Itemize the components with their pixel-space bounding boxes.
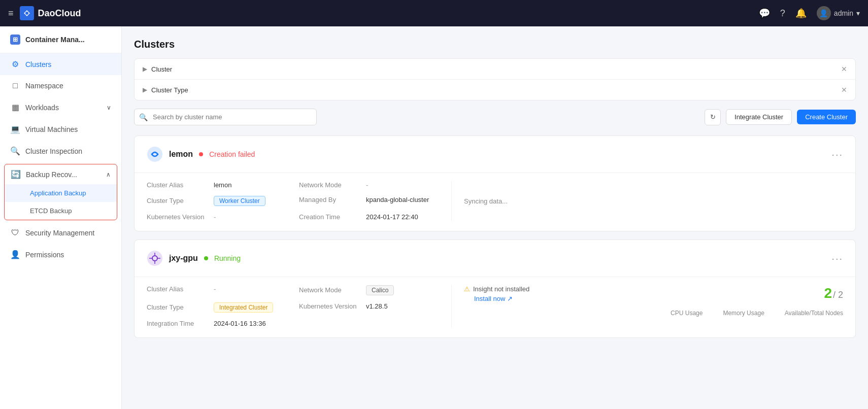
page-title: Clusters (134, 39, 856, 50)
jxy-gpu-cluster-alias: Cluster Alias - (147, 285, 299, 295)
search-input[interactable] (134, 109, 317, 125)
nodes-total-label: / 2 (833, 290, 843, 300)
cluster-card-jxy-gpu: jxy-gpu Running ··· Cluster Alias - Netw… (134, 240, 856, 338)
lemon-alias-value: lemon (214, 181, 231, 189)
sidebar-label-clusters: Clusters (25, 60, 51, 69)
backup-recovery-expand-icon: ∧ (106, 171, 111, 178)
jxy-gpu-kubernetes-version: Kubernetes Version v1.28.5 (299, 302, 451, 313)
sidebar-label-permissions: Permissions (25, 251, 64, 259)
menu-icon[interactable]: ≡ (8, 8, 14, 19)
lemon-status-text: Creation failed (209, 150, 255, 158)
lemon-more-menu-icon[interactable]: ··· (831, 149, 843, 160)
jxy-gpu-right-section: ⚠ Insight not installed Install now ↗ 2 … (451, 285, 843, 327)
jxy-gpu-details-left: Cluster Alias - Network Mode Calico Clus… (147, 285, 451, 327)
lemon-managed-value: kpanda-global-cluster (366, 196, 429, 203)
top-navigation: ≡ DaoCloud 💬 ? 🔔 👤 admin ▾ (0, 0, 868, 26)
lemon-kubernetes-version: Kubernetes Version - (147, 213, 299, 221)
lemon-creation-label: Creation Time (299, 213, 360, 221)
nodes-count-display: 2 / 2 (824, 285, 843, 301)
install-now-link[interactable]: Install now ↗ (474, 295, 513, 302)
actions-right: ↻ Integrate Cluster Create Cluster (705, 109, 856, 125)
sidebar-item-clusters[interactable]: ⚙ Clusters (0, 53, 121, 75)
nav-icon-group: 💬 ? 🔔 👤 admin ▾ (759, 6, 860, 20)
filter-row-cluster-type: ▶ Cluster Type ✕ (135, 80, 855, 100)
cluster-type-filter-close-icon[interactable]: ✕ (841, 86, 847, 94)
jxy-gpu-cluster-type: Cluster Type Integrated Cluster (147, 302, 299, 313)
sidebar-item-virtual-machines[interactable]: 💻 Virtual Machines (0, 118, 121, 140)
chat-icon[interactable]: 💬 (759, 8, 770, 19)
lemon-details-grid: Cluster Alias lemon Network Mode - Clust… (147, 181, 451, 221)
cluster-card-lemon: lemon Creation failed ··· Cluster Alias … (134, 135, 856, 231)
insight-section: ⚠ Insight not installed Install now ↗ (464, 285, 529, 302)
user-dropdown-icon: ▾ (856, 9, 860, 17)
workloads-icon: ▦ (10, 103, 20, 112)
sidebar-item-namespace[interactable]: □ Namespace (0, 75, 121, 96)
notification-icon[interactable]: 🔔 (795, 8, 807, 19)
sidebar-item-security-management[interactable]: 🛡 Security Management (0, 222, 121, 244)
lemon-right-section: Syncing data... (451, 181, 843, 221)
logo-icon (20, 6, 34, 20)
security-management-icon: 🛡 (10, 228, 20, 237)
user-name: admin (834, 9, 853, 17)
cluster-filter-label: Cluster (151, 65, 172, 73)
jxy-gpu-cluster-name: jxy-gpu (169, 254, 198, 263)
sidebar-header: ⊞ Container Mana... (0, 26, 121, 53)
lemon-cluster-alias: Cluster Alias lemon (147, 181, 299, 189)
sidebar-label-etcd-backup: ETCD Backup (30, 207, 72, 215)
lemon-managed-label: Managed By (299, 196, 360, 203)
jxy-gpu-more-menu-icon[interactable]: ··· (831, 253, 843, 264)
jxy-gpu-alias-value: - (214, 285, 216, 293)
sidebar-item-cluster-inspection[interactable]: 🔍 Cluster Inspection (0, 140, 121, 162)
sidebar-label-security-management: Security Management (25, 229, 94, 237)
lemon-syncing-text: Syncing data... (464, 197, 508, 205)
lemon-status-dot (199, 152, 203, 156)
backup-recovery-group: 🔄 Backup Recov... ∧ Application Backup E… (4, 164, 117, 220)
avatar: 👤 (817, 6, 831, 20)
lemon-creation-time: Creation Time 2024-01-17 22:40 (299, 213, 451, 221)
sidebar: ⊞ Container Mana... ⚙ Clusters □ Namespa… (0, 26, 122, 409)
cluster-filter-close-icon[interactable]: ✕ (841, 65, 847, 73)
sidebar-label-application-backup: Application Backup (30, 189, 86, 197)
external-link-icon: ↗ (507, 295, 513, 302)
lemon-divider (135, 173, 855, 173)
filter-row-cluster: ▶ Cluster ✕ (135, 59, 855, 80)
nodes-available-count: 2 (824, 285, 832, 301)
help-icon[interactable]: ? (780, 8, 785, 19)
jxy-gpu-k8s-label: Kubernetes Version (299, 302, 360, 310)
sidebar-item-workloads[interactable]: ▦ Workloads ∨ (0, 96, 121, 118)
warning-icon: ⚠ (464, 285, 470, 293)
sidebar-item-permissions[interactable]: 👤 Permissions (0, 244, 121, 265)
jxy-gpu-status-dot (204, 256, 208, 260)
cluster-header-lemon: lemon Creation failed ··· (147, 146, 843, 162)
integrate-cluster-button[interactable]: Integrate Cluster (726, 109, 792, 125)
lemon-alias-label: Cluster Alias (147, 181, 208, 189)
create-cluster-button[interactable]: Create Cluster (797, 110, 856, 124)
sidebar-label-cluster-inspection: Cluster Inspection (25, 147, 82, 155)
sidebar-item-application-backup[interactable]: Application Backup (5, 184, 117, 202)
sidebar-label-workloads: Workloads (25, 104, 59, 112)
lemon-detail-layout: Cluster Alias lemon Network Mode - Clust… (147, 181, 843, 221)
lemon-network-value: - (366, 181, 368, 189)
jxy-gpu-cluster-icon (147, 250, 163, 266)
clusters-icon: ⚙ (10, 59, 20, 69)
cluster-type-filter-label: Cluster Type (151, 86, 188, 94)
jxy-gpu-network-mode: Network Mode Calico (299, 285, 451, 295)
nodes-available-label: Available/Total Nodes (785, 310, 843, 317)
jxy-gpu-integration-time: Integration Time 2024-01-16 13:36 (147, 320, 299, 327)
app-logo: DaoCloud (20, 6, 81, 20)
cpu-usage-label: CPU Usage (671, 310, 703, 317)
cluster-type-filter-expand-icon[interactable]: ▶ (143, 86, 147, 93)
sidebar-label-virtual-machines: Virtual Machines (25, 125, 78, 133)
lemon-k8s-value: - (214, 213, 216, 221)
sidebar-item-backup-recovery[interactable]: 🔄 Backup Recov... ∧ (5, 164, 117, 184)
lemon-details-left: Cluster Alias lemon Network Mode - Clust… (147, 181, 451, 221)
user-menu[interactable]: 👤 admin ▾ (817, 6, 860, 20)
cluster-filter-expand-icon[interactable]: ▶ (143, 65, 147, 73)
refresh-button[interactable]: ↻ (705, 109, 721, 125)
install-now-label: Install now (474, 295, 505, 302)
usage-labels: CPU Usage Memory Usage Available/Total N… (671, 310, 843, 317)
jxy-gpu-integration-label: Integration Time (147, 320, 208, 327)
search-actions-bar: 🔍 ↻ Integrate Cluster Create Cluster (134, 109, 856, 125)
sidebar-item-etcd-backup[interactable]: ETCD Backup (5, 202, 117, 220)
lemon-cluster-icon (147, 146, 163, 162)
